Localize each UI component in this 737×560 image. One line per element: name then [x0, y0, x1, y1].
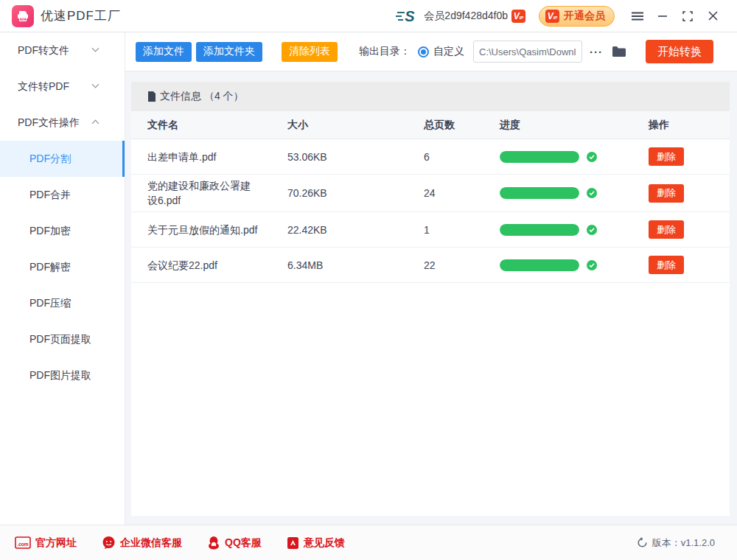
progress-track — [500, 187, 579, 199]
file-name: 出差申请单.pdf — [147, 146, 259, 168]
progress-track — [500, 259, 579, 271]
sidebar-item-pdf-encrypt[interactable]: PDF加密 — [0, 213, 125, 249]
output-path-input[interactable] — [473, 41, 582, 63]
col-progress: 进度 — [500, 119, 649, 132]
progress-bar — [500, 224, 579, 236]
feedback-link[interactable]: 意见反馈 — [287, 536, 345, 550]
sidebar-item-pdf-image-extract[interactable]: PDF图片提取 — [0, 357, 125, 393]
sidebar-item-pdf-split[interactable]: PDF分割 — [0, 141, 125, 177]
footer-link-label: 意见反馈 — [304, 536, 345, 550]
file-info-label: 文件信息 （4 个） — [160, 90, 244, 103]
sidebar-group-pdf-operations[interactable]: PDF文件操作 — [0, 105, 125, 141]
radio-dot — [421, 49, 426, 55]
table-row: 党的建设和廉政公署建设6.pdf 70.26KB 24 删除 — [131, 175, 730, 212]
sidebar-group-label: 文件转PDF — [18, 80, 69, 94]
sidebar-item-pdf-decrypt[interactable]: PDF解密 — [0, 249, 125, 285]
sidebar-group-label: PDF文件操作 — [18, 116, 80, 130]
official-website-link[interactable]: .com 官方网址 — [15, 536, 77, 550]
chevron-down-icon — [92, 45, 99, 52]
upgrade-membership-button[interactable]: VIP 开通会员 — [539, 6, 615, 27]
svg-text:S: S — [405, 8, 416, 24]
custom-radio-label: 自定义 — [433, 45, 464, 58]
table-row: 出差申请单.pdf 53.06KB 6 删除 — [131, 139, 730, 175]
browse-ellipsis-button[interactable]: ··· — [590, 46, 603, 58]
app-title: 优速PDF工厂 — [41, 7, 121, 24]
close-icon[interactable] — [700, 5, 725, 27]
menu-icon[interactable] — [625, 5, 650, 27]
footer-link-label: 官方网址 — [35, 536, 77, 550]
file-size: 70.26KB — [287, 187, 424, 199]
col-size: 大小 — [287, 119, 424, 132]
check-circle-icon — [587, 225, 597, 235]
check-circle-icon — [587, 152, 597, 162]
footer-link-label: QQ客服 — [225, 536, 262, 550]
file-pages: 6 — [424, 151, 500, 163]
upgrade-label: 开通会员 — [564, 10, 605, 23]
member-id-label[interactable]: 会员2d9f428d4f0b — [424, 10, 508, 23]
custom-radio[interactable] — [418, 46, 429, 57]
version-label: 版本：v1.1.2.0 — [652, 536, 715, 550]
open-folder-icon[interactable] — [612, 46, 626, 57]
progress-track — [500, 224, 579, 236]
add-folder-button[interactable]: 添加文件夹 — [196, 42, 262, 62]
chevron-down-icon — [92, 81, 99, 88]
file-pages: 24 — [424, 187, 500, 199]
delete-button[interactable]: 删除 — [649, 147, 684, 166]
delete-button[interactable]: 删除 — [649, 220, 684, 239]
vip-badge-icon: VIP — [511, 10, 525, 23]
version-info: 版本：v1.1.2.0 — [637, 536, 715, 550]
website-icon: .com — [15, 536, 31, 549]
file-pages: 22 — [424, 259, 500, 271]
sidebar-group-pdf-to-file[interactable]: PDF转文件 — [0, 32, 125, 69]
title-bar: PDF 优速PDF工厂 S 会员2d9f428d4f0b VIP VIP 开通会… — [0, 0, 737, 32]
table-header: 文件名 大小 总页数 进度 操作 — [131, 111, 730, 139]
app-window: PDF 优速PDF工厂 S 会员2d9f428d4f0b VIP VIP 开通会… — [0, 0, 737, 560]
check-circle-icon — [587, 260, 597, 270]
file-size: 53.06KB — [287, 151, 424, 163]
col-filename: 文件名 — [147, 119, 287, 132]
footer: .com 官方网址 企业微信客服 QQ客服 — [0, 525, 737, 560]
update-icon[interactable] — [637, 537, 648, 548]
content-area: 文件信息 （4 个） 文件名 大小 总页数 进度 操作 出差申请单.pdf 53… — [125, 71, 737, 525]
svg-text:PDF: PDF — [21, 18, 25, 21]
file-size: 6.34MB — [287, 259, 424, 271]
user-avatar-icon[interactable]: S — [396, 7, 418, 26]
output-dir-label: 输出目录： — [359, 45, 411, 58]
file-name: 关于元旦放假的通知.pdf — [147, 219, 259, 241]
clear-list-button[interactable]: 清除列表 — [282, 42, 338, 62]
file-panel: 文件信息 （4 个） 文件名 大小 总页数 进度 操作 出差申请单.pdf 53… — [131, 82, 730, 516]
add-file-button[interactable]: 添加文件 — [136, 42, 192, 62]
svg-text:.com: .com — [17, 542, 28, 547]
app-logo-icon: PDF — [12, 5, 34, 27]
sidebar-group-label: PDF转文件 — [18, 44, 69, 57]
file-name: 会议纪要22.pdf — [147, 254, 259, 276]
sidebar-item-pdf-page-extract[interactable]: PDF页面提取 — [0, 321, 125, 357]
footer-link-label: 企业微信客服 — [120, 536, 182, 550]
wechat-icon — [102, 536, 116, 550]
delete-button[interactable]: 删除 — [649, 184, 684, 203]
file-info-bar: 文件信息 （4 个） — [131, 82, 730, 111]
col-pages: 总页数 — [424, 119, 500, 132]
feedback-icon — [287, 536, 299, 550]
progress-bar — [500, 187, 579, 199]
sidebar-group-file-to-pdf[interactable]: 文件转PDF — [0, 69, 125, 105]
qq-icon — [207, 536, 220, 550]
sidebar-item-pdf-merge[interactable]: PDF合并 — [0, 177, 125, 213]
toolbar: 添加文件 添加文件夹 清除列表 输出目录： 自定义 ··· 开始转换 — [125, 32, 737, 71]
sidebar: PDF转文件 文件转PDF PDF文件操作 PDF分割 PDF合并 PDF加密 … — [0, 32, 125, 525]
minimize-icon[interactable] — [650, 5, 675, 27]
progress-bar — [500, 259, 579, 271]
vip-badge-icon: VIP — [545, 10, 559, 23]
sidebar-item-pdf-compress[interactable]: PDF压缩 — [0, 285, 125, 321]
progress-track — [500, 151, 579, 163]
chevron-up-icon — [92, 120, 99, 127]
file-name: 党的建设和廉政公署建设6.pdf — [147, 175, 259, 211]
maximize-icon[interactable] — [675, 5, 700, 27]
delete-button[interactable]: 删除 — [649, 256, 684, 274]
qq-support-link[interactable]: QQ客服 — [207, 536, 262, 550]
file-pages: 1 — [424, 224, 500, 236]
wechat-support-link[interactable]: 企业微信客服 — [102, 536, 182, 550]
start-convert-button[interactable]: 开始转换 — [646, 40, 713, 63]
table-row: 关于元旦放假的通知.pdf 22.42KB 1 删除 — [131, 212, 730, 248]
progress-bar — [500, 151, 579, 163]
